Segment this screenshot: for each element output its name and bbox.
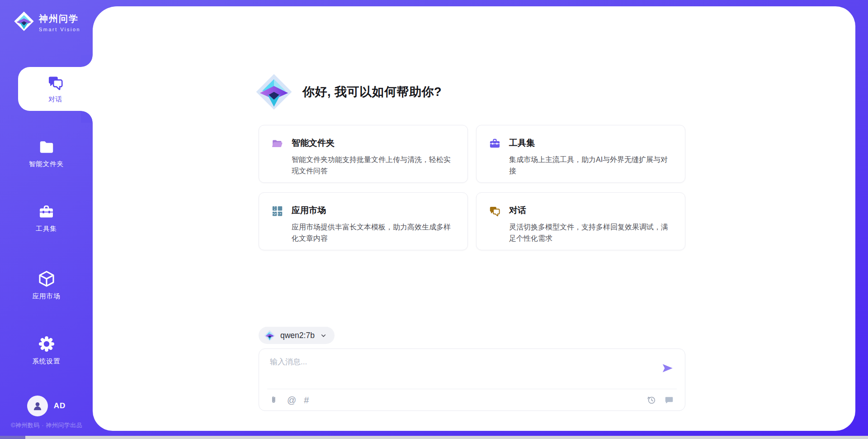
chat-bubbles-icon: [47, 74, 64, 91]
model-name: qwen2:7b: [280, 331, 315, 340]
card-chat[interactable]: 对话 灵活切换多模型文件，支持多样回复效果调试，满足个性化需求: [476, 192, 685, 250]
chevron-down-icon: [320, 332, 327, 339]
toolbox-icon: [38, 204, 55, 220]
brand-subtitle: Smart Vision: [39, 27, 80, 32]
toolbox-icon: [489, 138, 501, 150]
grid-icon: [271, 205, 283, 217]
diamond-logo-icon: [14, 11, 34, 32]
model-selector[interactable]: qwen2:7b: [259, 327, 335, 344]
chat-bubbles-icon: [489, 205, 501, 217]
sidebar-item-label: 应用市场: [33, 292, 61, 301]
folder-icon: [38, 138, 55, 156]
sidebar: 神州问学 Smart Vision 对话 智能文件夹 工具集 应: [0, 0, 93, 439]
sidebar-item-toolset[interactable]: 工具集: [0, 204, 93, 233]
card-title: 应用市场: [292, 205, 457, 216]
greeting-text: 你好, 我可以如何帮助你?: [302, 84, 442, 100]
card-toolset[interactable]: 工具集 集成市场上主流工具，助力AI与外界无缝扩展与对接: [476, 125, 685, 183]
card-description: 集成市场上主流工具，助力AI与外界无缝扩展与对接: [509, 154, 674, 177]
brand-name: 神州问学: [39, 13, 80, 25]
card-description: 智能文件夹功能支持批量文件上传与清洗，轻松实现文件问答: [292, 154, 457, 177]
card-smart-folder[interactable]: 智能文件夹 智能文件夹功能支持批量文件上传与清洗，轻松实现文件问答: [259, 125, 468, 183]
sidebar-item-label: 工具集: [36, 224, 57, 233]
card-app-market[interactable]: 应用市场 应用市场提供丰富长文本模板，助力高效生成多样化文章内容: [259, 192, 468, 250]
message-composer: @ #: [259, 348, 685, 411]
footer-credit: ©神州数码 · 神州问学出品: [11, 421, 82, 429]
gear-icon: [38, 335, 56, 353]
card-description: 应用市场提供丰富长文本模板，助力高效生成多样化文章内容: [292, 221, 457, 244]
composer-toolbar: @ #: [270, 389, 674, 410]
history-icon[interactable]: [646, 395, 656, 405]
message-input[interactable]: [270, 357, 654, 385]
sidebar-item-label: 智能文件夹: [29, 160, 64, 168]
user-name: AD: [54, 401, 66, 410]
sidebar-item-smart-folder[interactable]: 智能文件夹: [0, 138, 93, 168]
sidebar-item-app-market[interactable]: 应用市场: [0, 270, 93, 301]
attachment-icon[interactable]: [270, 395, 279, 405]
greeting-block: 你好, 我可以如何帮助你?: [255, 73, 442, 110]
hash-icon[interactable]: #: [304, 396, 309, 405]
person-icon: [32, 400, 43, 412]
card-title: 智能文件夹: [292, 137, 457, 149]
feature-cards: 智能文件夹 智能文件夹功能支持批量文件上传与清洗，轻松实现文件问答 工具集 集成…: [259, 125, 685, 250]
send-icon[interactable]: [661, 362, 674, 374]
sidebar-item-label: 对话: [48, 95, 62, 104]
diamond-logo-icon: [255, 73, 292, 110]
sidebar-item-label: 系统设置: [33, 357, 61, 366]
folder-open-icon: [271, 138, 283, 150]
brand-logo: 神州问学 Smart Vision: [14, 11, 80, 32]
cube-icon: [38, 270, 56, 288]
window-bottom-edge: [0, 436, 868, 439]
user-menu[interactable]: AD: [0, 396, 93, 416]
mention-icon[interactable]: @: [287, 396, 296, 405]
card-description: 灵活切换多模型文件，支持多样回复效果调试，满足个性化需求: [509, 221, 674, 244]
sidebar-item-settings[interactable]: 系统设置: [0, 335, 93, 366]
main-panel: 你好, 我可以如何帮助你? 智能文件夹 智能文件夹功能支持批量文件上传与清洗，轻…: [93, 6, 855, 431]
sidebar-item-chat[interactable]: 对话: [18, 67, 93, 111]
card-title: 对话: [509, 205, 674, 216]
chat-bubble-icon[interactable]: [664, 395, 674, 405]
diamond-logo-icon: [264, 330, 275, 341]
card-title: 工具集: [509, 137, 674, 149]
avatar: [27, 396, 48, 416]
